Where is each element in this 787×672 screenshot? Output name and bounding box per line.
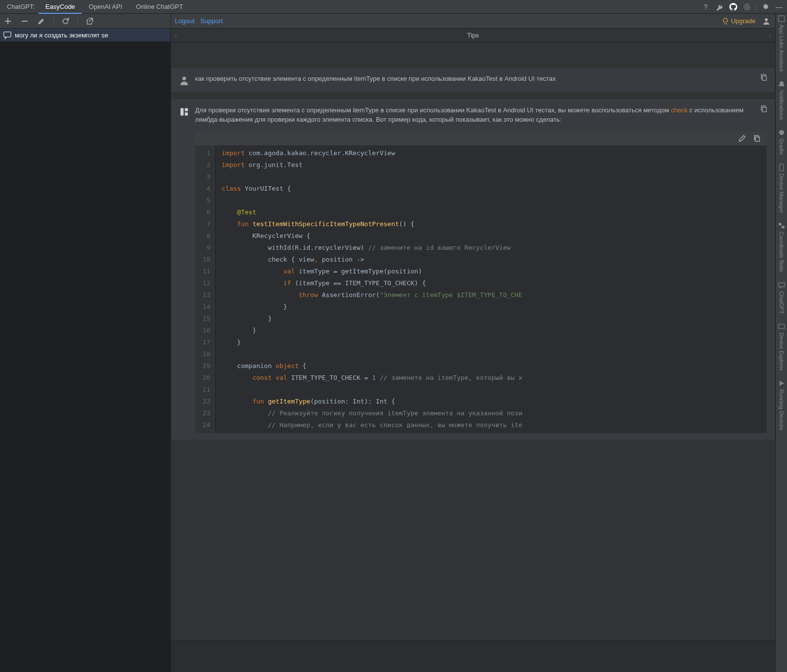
copy-icon[interactable]: [759, 104, 769, 114]
minus-icon[interactable]: [20, 16, 30, 26]
user-avatar-icon: [179, 75, 189, 85]
code-gutter: 123456789101112131415161718192021222324: [195, 145, 216, 433]
strip-gradle[interactable]: Gradle: [778, 129, 786, 155]
separator: [77, 17, 78, 25]
user-message-text: как проверить отсутствие элемента с опре…: [195, 74, 767, 85]
plus-icon[interactable]: [3, 16, 13, 26]
strip-notifications[interactable]: Notifications: [778, 80, 786, 120]
globe-icon[interactable]: [742, 2, 752, 12]
code-toolbar: [195, 132, 767, 145]
svg-rect-12: [755, 137, 759, 141]
svg-rect-10: [185, 108, 188, 111]
chat-input-bar: [171, 640, 775, 672]
svg-point-18: [782, 226, 785, 229]
user-icon[interactable]: [761, 16, 771, 26]
svg-rect-9: [181, 108, 184, 116]
wrench-icon[interactable]: [715, 2, 724, 12]
svg-rect-4: [175, 34, 177, 35]
separator: [756, 3, 756, 11]
separator: [53, 17, 54, 25]
svg-rect-1: [22, 21, 28, 22]
code-block: 123456789101112131415161718192021222324 …: [195, 132, 767, 433]
tab-easycode[interactable]: EasyCode: [38, 0, 82, 14]
rocket-icon: [722, 18, 729, 25]
minimize-icon[interactable]: —: [774, 2, 784, 12]
github-icon[interactable]: [728, 2, 738, 12]
support-link[interactable]: Support: [200, 17, 223, 25]
chat-icon: [3, 31, 12, 39]
gear-icon[interactable]: [760, 2, 770, 12]
chat-scroll[interactable]: как проверить отсутствие элемента с опре…: [171, 42, 775, 640]
insert-code-icon[interactable]: [737, 134, 747, 143]
user-message: как проверить отсутствие элемента с опре…: [171, 67, 775, 93]
svg-point-15: [779, 130, 784, 135]
svg-rect-6: [175, 35, 177, 36]
svg-rect-5: [175, 35, 177, 35]
chat-header: Logout Support Upgrade: [171, 14, 775, 29]
pencil-icon[interactable]: [36, 16, 46, 26]
svg-point-7: [182, 77, 186, 81]
hamburger-icon[interactable]: [171, 31, 181, 40]
svg-rect-19: [779, 283, 785, 287]
history-list: могу ли я создать экземплят se: [0, 29, 170, 672]
assistant-avatar-icon: [179, 107, 189, 117]
copy-icon[interactable]: [759, 72, 769, 82]
svg-rect-20: [779, 324, 785, 329]
strip-device-explorer[interactable]: Device Explorer: [778, 323, 786, 371]
tips-plus-icon[interactable]: [765, 31, 775, 40]
tab-openai-api[interactable]: OpenAI API: [82, 0, 129, 14]
top-tab-label: ChatGPT:: [3, 0, 38, 14]
strip-coordinate-tests[interactable]: Coordinate Tests: [778, 222, 786, 272]
assistant-intro-link[interactable]: check: [671, 106, 688, 114]
svg-rect-16: [780, 164, 784, 171]
open-external-icon[interactable]: [85, 16, 95, 26]
svg-rect-14: [779, 16, 785, 22]
assistant-intro-part1: Для проверки отсутствия элемента с опред…: [195, 106, 671, 114]
tab-online-chatgpt[interactable]: Online ChatGPT: [129, 0, 190, 14]
history-item[interactable]: могу ли я создать экземплят se: [0, 29, 170, 41]
top-tab-bar: ChatGPT: EasyCode OpenAI API Online Chat…: [0, 0, 787, 14]
history-sidebar: могу ли я создать экземплят se: [0, 14, 171, 672]
logout-link[interactable]: Logout: [175, 17, 195, 25]
chat-main: Logout Support Upgrade Tips: [171, 14, 775, 672]
svg-rect-8: [762, 76, 766, 80]
svg-point-3: [765, 18, 768, 21]
tips-label: Tips: [467, 32, 479, 39]
tips-bar: Tips: [171, 29, 775, 42]
svg-point-17: [779, 223, 782, 226]
help-icon[interactable]: ?: [701, 2, 711, 12]
svg-rect-13: [762, 107, 766, 112]
spacer: [171, 42, 775, 61]
strip-chatgpt[interactable]: ChatGPT: [778, 281, 786, 314]
copy-code-icon[interactable]: [752, 134, 762, 143]
history-toolbar: [0, 14, 170, 29]
svg-rect-2: [4, 32, 11, 37]
right-tool-strip: App Links Assistant Notifications Gradle…: [775, 14, 787, 672]
strip-running-devices[interactable]: Running Devices: [778, 379, 786, 430]
svg-rect-11: [185, 112, 188, 115]
refresh-icon[interactable]: [61, 16, 70, 26]
code-lines[interactable]: import com.agoda.kakao.recycler.KRecycle…: [216, 145, 767, 433]
strip-app-links-assistant[interactable]: App Links Assistant: [778, 15, 786, 71]
upgrade-label: Upgrade: [731, 17, 755, 25]
history-item-label: могу ли я создать экземплят se: [15, 32, 108, 39]
assistant-message: Для проверки отсутствия элемента с опред…: [171, 99, 775, 440]
strip-device-manager[interactable]: Device Manager: [778, 164, 786, 213]
chat-input[interactable]: [175, 645, 771, 668]
assistant-message-body: Для проверки отсутствия элемента с опред…: [195, 106, 767, 433]
upgrade-button[interactable]: Upgrade: [722, 17, 755, 25]
